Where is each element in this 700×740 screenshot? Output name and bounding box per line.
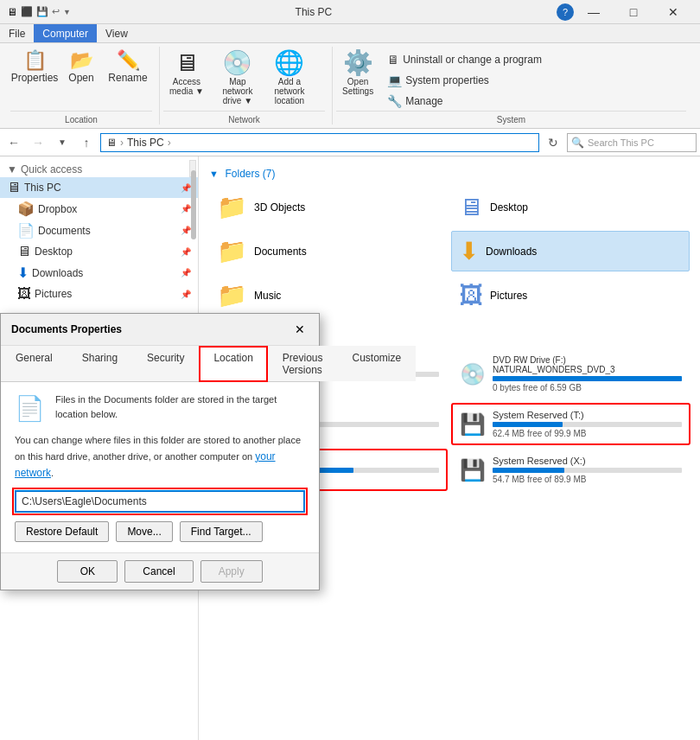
dialog-close-button[interactable]: ✕ <box>291 321 309 338</box>
tab-location[interactable]: Location <box>199 346 267 382</box>
folder-desktop[interactable]: 🖥 Desktop <box>451 187 690 227</box>
sidebar-item-this-pc-label: This PC <box>24 182 61 194</box>
ribbon-system-links: 🖥 Uninstall or change a program 💻 System… <box>383 47 546 111</box>
folders-grid: 📁 3D Objects 🖥 Desktop 📁 Documents ⬇ Dow… <box>209 187 690 316</box>
desktop-icon: 🖥 <box>17 244 31 259</box>
help-button[interactable]: ? <box>557 3 574 21</box>
find-target-button[interactable]: Find Target... <box>180 521 263 542</box>
ribbon-btn-rename[interactable]: ✏️ Rename <box>104 47 152 88</box>
drive-dvd-info: DVD RW Drive (F:)NATURAL_WONDERS_DVD_3 0… <box>493 355 682 392</box>
sidebar-item-downloads-label: Downloads <box>32 267 83 279</box>
sidebar-item-desktop[interactable]: 🖥 Desktop 📌 <box>0 241 198 262</box>
ribbon-group-system: ⚙️ OpenSettings 🖥 Uninstall or change a … <box>333 47 693 124</box>
app-icon: 🖥 <box>7 6 17 18</box>
drive-x[interactable]: 💾 System Reserved (X:) 54.7 MB free of 8… <box>452 450 690 490</box>
sidebar-item-pictures-label: Pictures <box>35 288 72 300</box>
search-icon: 🔍 <box>571 137 584 149</box>
folder-3d-objects[interactable]: 📁 3D Objects <box>209 187 448 227</box>
folder-3d-label: 3D Objects <box>254 201 305 214</box>
menu-view[interactable]: View <box>97 24 137 42</box>
menu-computer[interactable]: Computer <box>34 24 97 42</box>
folder-downloads[interactable]: ⬇ Downloads <box>451 231 690 271</box>
maximize-button[interactable]: □ <box>614 0 653 24</box>
folder-music[interactable]: 📁 Music <box>209 275 448 316</box>
back-button[interactable]: ← <box>3 132 24 153</box>
rename-icon: ✏️ <box>117 51 140 70</box>
manage-icon: 🔧 <box>387 94 402 108</box>
ribbon-btn-system-props[interactable]: 💻 System properties <box>383 71 546 90</box>
ribbon-btn-add-location[interactable]: 🌐 Add a networklocation <box>265 47 314 110</box>
folder-pictures[interactable]: 🖼 Pictures <box>451 275 690 316</box>
network-link[interactable]: your network <box>15 450 276 479</box>
ribbon-btn-open-settings[interactable]: ⚙️ OpenSettings <box>336 47 379 100</box>
drive-t-icon: 💾 <box>460 412 486 437</box>
ribbon-group-location-content: 📋 Properties 📂 Open ✏️ Rename <box>10 47 152 111</box>
sidebar-item-pictures[interactable]: 🖼 Pictures 📌 <box>0 284 198 304</box>
restore-default-button[interactable]: Restore Default <box>15 521 109 542</box>
ribbon-btn-access-media[interactable]: 🖥 Accessmedia ▼ <box>163 47 210 100</box>
ribbon-btn-manage[interactable]: 🔧 Manage <box>383 92 546 111</box>
cancel-button[interactable]: Cancel <box>124 560 193 583</box>
ribbon-btn-map-drive[interactable]: 💿 Map networkdrive ▼ <box>213 47 262 110</box>
folder-documents[interactable]: 📁 Documents <box>209 231 448 271</box>
pin-icon-1: 📌 <box>181 204 191 214</box>
sidebar-item-documents[interactable]: 📄 Documents 📌 <box>0 220 198 241</box>
folders-section-title: ▼ Folders (7) <box>209 167 690 180</box>
drive-x-bar-container <box>493 468 682 473</box>
quick-access-dropdown[interactable]: ▼ <box>63 8 71 16</box>
ok-button[interactable]: OK <box>57 560 118 583</box>
drive-dvd-space: 0 bytes free of 6.59 GB <box>493 383 682 392</box>
drive-x-bar <box>493 468 564 473</box>
dropdown-button[interactable]: ▼ <box>52 132 73 153</box>
move-button[interactable]: Move... <box>116 521 172 542</box>
tab-sharing[interactable]: Sharing <box>67 346 132 381</box>
tab-previous-versions[interactable]: Previous Versions <box>268 346 338 381</box>
sidebar-item-downloads[interactable]: ⬇ Downloads 📌 <box>0 262 198 284</box>
ribbon-network-content: 🖥 Accessmedia ▼ 💿 Map networkdrive ▼ 🌐 A… <box>163 47 325 111</box>
apply-button[interactable]: Apply <box>200 560 263 583</box>
minimize-button[interactable]: — <box>574 0 614 24</box>
drive-t[interactable]: 💾 System Reserved (T:) 62.4 MB free of 9… <box>452 404 690 444</box>
ribbon-group-location: 📋 Properties 📂 Open ✏️ Rename Location <box>7 47 160 124</box>
dialog-info-row: 📄 Files in the Documents folder are stor… <box>15 392 305 423</box>
add-location-icon: 🌐 <box>274 51 304 75</box>
ribbon-btn-uninstall[interactable]: 🖥 Uninstall or change a program <box>383 50 546 69</box>
drive-t-bar-container <box>493 422 682 427</box>
drive-x-info: System Reserved (X:) 54.7 MB free of 89.… <box>493 456 682 484</box>
refresh-button[interactable]: ↻ <box>543 132 563 153</box>
close-button[interactable]: ✕ <box>653 0 693 24</box>
folder-documents-icon: 📁 <box>217 237 247 265</box>
forward-button[interactable]: → <box>28 132 48 153</box>
folders-label: Folders (7) <box>226 168 276 180</box>
sidebar-item-dropbox[interactable]: 📦 Dropbox 📌 <box>0 198 198 220</box>
quick-access-icon1[interactable]: ⬛ <box>21 6 33 17</box>
dialog-tabs: General Sharing Security Location Previo… <box>1 346 319 382</box>
search-box[interactable]: 🔍 Search This PC <box>567 133 697 152</box>
tab-customize[interactable]: Customize <box>338 346 417 381</box>
dialog-path-input[interactable] <box>15 490 305 513</box>
drive-dvd[interactable]: 💿 DVD RW Drive (F:)NATURAL_WONDERS_DVD_3… <box>452 349 690 399</box>
ribbon-btn-open[interactable]: 📂 Open <box>62 47 100 88</box>
folder-music-label: Music <box>254 290 281 302</box>
pin-icon-0: 📌 <box>181 183 191 193</box>
sidebar-item-documents-label: Documents <box>38 225 91 237</box>
tab-general[interactable]: General <box>1 346 67 381</box>
sidebar-item-this-pc[interactable]: 🖥 This PC 📌 <box>0 177 198 198</box>
folder-desktop-label: Desktop <box>490 201 528 214</box>
drive-dvd-bar <box>493 376 682 381</box>
window-title: This PC <box>71 6 557 18</box>
ribbon-group-network-label: Network <box>163 111 325 124</box>
quick-access-icon3[interactable]: ↩ <box>52 6 60 17</box>
quick-access-icon2[interactable]: 💾 <box>36 6 48 17</box>
address-path[interactable]: 🖥 › This PC › <box>100 133 539 152</box>
up-button[interactable]: ↑ <box>76 132 97 153</box>
tab-security[interactable]: Security <box>132 346 199 381</box>
menu-file[interactable]: File <box>0 24 34 42</box>
quick-access-header[interactable]: ▼ Quick access <box>0 160 198 177</box>
dialog-content: 📄 Files in the Documents folder are stor… <box>1 382 319 552</box>
documents-properties-dialog: Documents Properties ✕ General Sharing S… <box>0 313 320 590</box>
open-icon: 📂 <box>70 51 93 70</box>
ribbon-btn-properties[interactable]: 📋 Properties <box>10 47 59 88</box>
dialog-titlebar: Documents Properties ✕ <box>1 314 319 346</box>
search-placeholder: Search This PC <box>588 137 654 148</box>
